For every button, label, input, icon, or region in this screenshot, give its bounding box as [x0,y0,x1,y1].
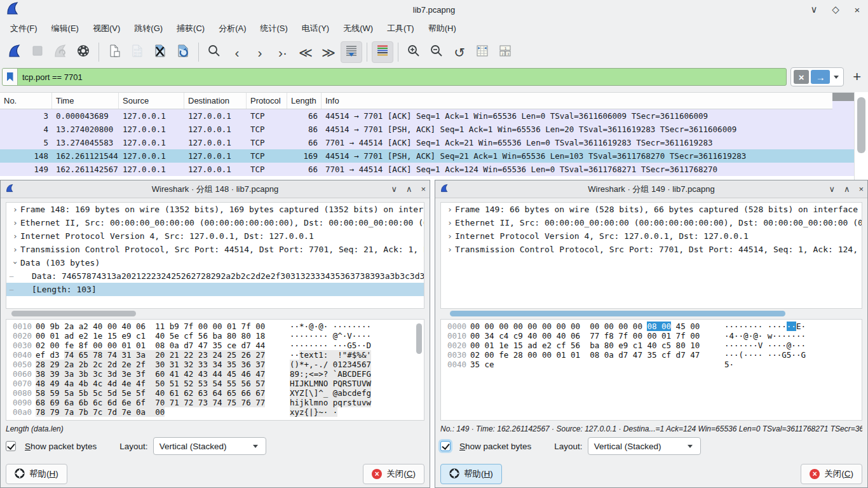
maximize-icon[interactable]: ◇ [830,4,841,15]
hex-row[interactable]: 002000 01 1e 15 ad e2 cf 56 ba 80 e9 c1 … [441,341,862,350]
layout-button[interactable]: 123 [494,41,516,63]
hex-scrollbar[interactable] [416,323,423,416]
column-header-source[interactable]: Source [119,93,184,109]
close-button[interactable]: × 关闭(C) [363,464,424,484]
filter-apply-button[interactable]: → [811,70,830,84]
menu-item[interactable]: 分析(A) [212,20,252,37]
packet-row[interactable]: 30.000043689127.0.0.1127.0.0.1TCP6644514… [0,109,854,123]
auto-scroll-button[interactable] [341,41,362,63]
close-icon[interactable]: × [421,184,426,194]
hex-row[interactable]: 006038 39 3a 3b 3c 3d 3e 3f 60 41 42 43 … [6,369,424,379]
scrollbar-thumb[interactable] [416,323,422,354]
column-header-destination[interactable]: Destination [184,93,247,109]
zoom-in-button[interactable] [403,41,424,63]
filter-bookmark-button[interactable] [3,69,18,85]
menu-item[interactable]: 跳转(G) [128,20,169,37]
zoom-out-button[interactable] [426,41,447,63]
tree-row[interactable]: –Data: 74657874313a202122232425262728292… [6,269,424,283]
resize-columns-button[interactable] [471,41,493,63]
minimize-icon[interactable]: ∨ [808,4,820,15]
help-button[interactable]: 帮助(H) [440,464,502,484]
expander-icon[interactable]: › [11,258,20,268]
hex-row[interactable]: 004035 ce5· [441,360,862,369]
start-capture-button[interactable] [4,41,25,63]
hex-row[interactable]: 003002 00 fe 28 00 00 01 01 08 0a d7 47 … [441,350,862,360]
go-last-packet-button[interactable]: ≫ [318,41,339,63]
menu-item[interactable]: 帮助(H) [422,20,463,37]
file-close-button[interactable] [149,41,171,63]
dialog-titlebar[interactable]: Wireshark · 分组 148 · lib7.pcapng ∨ ∧ × [1,180,430,198]
hex-row[interactable]: 008058 59 5a 5b 5c 5d 5e 5f 40 61 62 63 … [6,388,424,398]
hex-row[interactable]: 000000 00 00 00 00 00 00 00 00 00 00 00 … [441,322,862,331]
menu-item[interactable]: 工具(T) [381,20,421,37]
close-icon[interactable]: × [851,4,863,15]
tree-row[interactable]: ›Transmission Control Protocol, Src Port… [441,243,862,256]
tree-row[interactable]: ›Internet Protocol Version 4, Src: 127.0… [6,229,424,243]
menu-item[interactable]: 无线(W) [337,20,379,37]
packet-list-scrollbar[interactable] [854,92,868,180]
display-filter-input[interactable]: tcp.port == 7701 [2,68,787,86]
go-back-button[interactable]: ‹ [226,41,248,63]
menu-item[interactable]: 视图(V) [86,20,126,37]
tree-row[interactable]: ›Transmission Control Protocol, Src Port… [6,243,424,256]
menu-item[interactable]: 编辑(E) [45,20,85,37]
hex-row[interactable]: 003002 00 fe 8f 00 00 01 01 08 0a d7 47 … [6,341,424,350]
hex-row[interactable]: 001000 34 c4 c9 40 00 40 06 77 f8 7f 00 … [441,331,862,341]
go-forward-button[interactable]: › [249,41,271,63]
expander-icon[interactable]: › [445,245,455,254]
hex-row[interactable]: 00a078 79 7a 7b 7c 7d 7e 0a 00xyz{|}~· · [6,407,424,417]
column-header-length[interactable]: Length [287,93,322,109]
column-header-protocol[interactable]: Protocol [247,93,287,109]
hex-row[interactable]: 009068 69 6a 6b 6c 6d 6e 6f 70 71 72 73 … [6,398,424,407]
file-reload-button[interactable] [172,41,194,63]
expander-icon[interactable]: › [10,231,20,241]
packet-row[interactable]: 413.274020800127.0.0.1127.0.0.1TCP864451… [0,123,854,136]
filter-dropdown-caret-icon[interactable] [834,76,839,79]
go-to-packet-button[interactable]: ›· [272,41,294,63]
show-packet-bytes-checkbox[interactable] [6,441,16,451]
tree-row[interactable]: ›Ethernet II, Src: 00:00:00_00:00:00 (00… [6,216,424,229]
show-packet-bytes-label[interactable]: Show packet bytes [459,442,531,451]
minimize-icon[interactable]: ∨ [391,184,397,194]
help-button[interactable]: 帮助(H) [6,464,67,484]
tree-row[interactable]: ›Frame 149: 66 bytes on wire (528 bits),… [441,203,862,216]
stop-capture-button[interactable] [27,41,48,63]
tree-row[interactable]: ›Internet Protocol Version 4, Src: 127.0… [441,229,862,243]
packet-row[interactable]: 149162.261142567127.0.0.1127.0.0.1TCP667… [0,163,854,176]
hex-row[interactable]: 0040ef d3 74 65 78 74 31 3a 20 21 22 23 … [6,350,424,360]
file-open-button[interactable] [104,41,125,63]
find-packet-button[interactable] [203,41,225,63]
tree-row[interactable]: –[Length: 103] [6,283,424,296]
restore-icon[interactable]: ∧ [844,184,850,194]
packet-row[interactable]: 513.274045583127.0.0.1127.0.0.1TCP667701… [0,136,854,149]
expander-icon[interactable]: › [10,218,20,227]
tree-row[interactable]: ›Frame 148: 169 bytes on wire (1352 bits… [6,203,424,216]
menu-item[interactable]: 统计(S) [254,20,294,37]
menu-item[interactable]: 捕获(C) [170,20,211,37]
capture-options-button[interactable] [72,41,94,63]
dialog-titlebar[interactable]: Wireshark · 分组 149 · lib7.pcapng ∨ ∧ × [435,180,867,198]
restore-icon[interactable]: ∧ [406,184,412,194]
hex-row[interactable]: 001000 9b 2a a2 40 00 40 06 11 b9 7f 00 … [6,322,424,331]
show-packet-bytes-checkbox[interactable] [440,441,451,451]
column-header-no[interactable]: No. [0,93,52,109]
restart-capture-button[interactable] [50,41,71,63]
close-button[interactable]: × 关闭(C) [801,464,862,484]
show-packet-bytes-label[interactable]: Show packet bytes [25,442,97,451]
layout-select[interactable]: Vertical (Stacked) [153,437,266,455]
menu-item[interactable]: 文件(F) [4,20,44,37]
tree-hscrollbar[interactable] [7,311,423,317]
filter-text[interactable]: tcp.port == 7701 [18,72,87,82]
menu-item[interactable]: 电话(Y) [295,20,336,37]
packet-row[interactable]: 148162.261121544127.0.0.1127.0.0.1TCP169… [0,149,854,163]
scrollbar-thumb[interactable] [857,97,865,153]
go-first-packet-button[interactable]: ≪ [295,41,316,63]
hex-row[interactable]: 007048 49 4a 4b 4c 4d 4e 4f 50 51 52 53 … [6,379,424,388]
colorize-button[interactable] [372,41,393,63]
layout-select[interactable]: Vertical (Stacked) [588,437,701,455]
filter-add-button[interactable]: + [848,69,866,85]
expander-icon[interactable]: › [445,231,455,241]
hex-row[interactable]: 002000 01 ad e2 1e 15 e9 c1 40 5e cf 56 … [6,331,424,341]
expander-icon[interactable]: › [445,218,455,227]
filter-clear-button[interactable]: × [794,70,809,84]
